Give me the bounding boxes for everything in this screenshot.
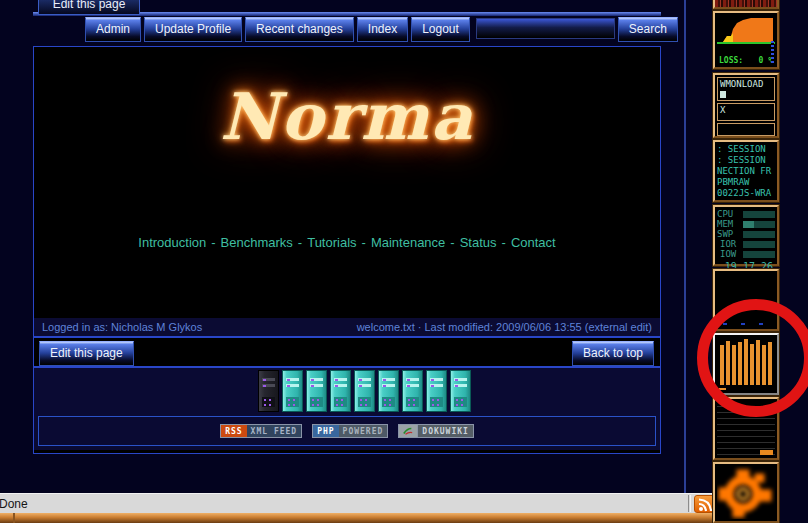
loss-area-chart	[717, 15, 775, 55]
loss-scale-dots	[771, 41, 774, 63]
stat-bar	[743, 231, 775, 238]
chart-bar	[762, 345, 766, 385]
link-benchmarks[interactable]: Benchmarks	[221, 235, 293, 250]
scale-dash	[741, 323, 745, 325]
wiki-content: Norma Introduction-Benchmarks-Tutorials-…	[34, 47, 660, 318]
server-tower-icon	[330, 370, 351, 412]
session-line: 0022JS-WRA	[717, 188, 775, 199]
link-contact[interactable]: Contact	[511, 235, 556, 250]
chart-bar	[768, 342, 772, 385]
page-buttons-row: Edit this page Back to top	[34, 338, 660, 366]
chart-bar	[756, 340, 760, 385]
link-separator: -	[502, 235, 506, 250]
stat-row-iow: IOW	[717, 249, 775, 259]
link-separator: -	[362, 235, 366, 250]
stat-row-cpu: CPU	[717, 209, 775, 219]
nav-recent-changes-button[interactable]: Recent changes	[245, 17, 354, 42]
php-badge-label: PHP	[313, 425, 338, 437]
monitor-histogram-partial	[713, 0, 779, 9]
rss-feed-badge[interactable]: RSS XML FEED	[220, 424, 302, 438]
loss-readout: LOSS: 0 %	[717, 55, 775, 66]
link-introduction[interactable]: Introduction	[138, 235, 206, 250]
monitor-dock-panel: WMONLOAD X	[713, 73, 779, 138]
logged-in-text: Logged in as: Nicholas M Glykos	[42, 321, 202, 333]
chart-bar	[738, 342, 742, 385]
rss-badge-label: RSS	[221, 425, 246, 437]
dock-entry-text: WMONLOAD	[720, 79, 772, 90]
search-button[interactable]: Search	[618, 17, 678, 42]
dokuwiki-badge[interactable]: DOKUWIKI	[398, 424, 474, 438]
dokuwiki-badge-label: DOKUWIKI	[417, 425, 473, 437]
search-input[interactable]	[476, 18, 615, 39]
ruled-graph-area	[717, 401, 775, 456]
edit-page-button[interactable]: Edit this page	[39, 341, 134, 366]
nav-update-profile-button[interactable]: Update Profile	[144, 17, 242, 42]
stat-row-mem: MEM	[717, 219, 775, 229]
stat-bar	[743, 211, 775, 218]
nav-toolbar: Admin Update Profile Recent changes Inde…	[85, 17, 678, 42]
bottom-bar-notch	[13, 513, 15, 523]
status-text: Done	[0, 497, 28, 511]
session-line: : SESSION	[717, 155, 775, 166]
loss-label: LOSS:	[719, 56, 743, 65]
stat-bar-fill	[743, 221, 754, 228]
scale-dash	[723, 323, 727, 325]
link-status[interactable]: Status	[460, 235, 497, 250]
dock-entry-empty	[717, 123, 775, 136]
stat-label: CPU	[717, 209, 743, 219]
monitor-bars-panel	[713, 333, 779, 395]
orange-bars-chart	[717, 337, 775, 389]
server-tower-icon	[450, 370, 471, 412]
xml-feed-badge-label: XML FEED	[247, 425, 302, 437]
link-separator: -	[450, 235, 454, 250]
badges-box: RSS XML FEED PHP POWERED DOKUWIKI	[38, 416, 656, 446]
nav-admin-button[interactable]: Admin	[85, 17, 141, 42]
stat-row-ior: IOR	[717, 239, 775, 249]
loss-threshold-line	[717, 42, 775, 44]
server-tower-icon	[378, 370, 399, 412]
php-powered-badge[interactable]: PHP POWERED	[312, 424, 388, 438]
glowing-gear-icon	[717, 466, 775, 519]
server-tower-icon	[258, 370, 279, 412]
chart-bar	[744, 339, 748, 385]
edit-page-tab[interactable]: Edit this page	[38, 0, 140, 15]
stat-label: MEM	[717, 219, 743, 229]
dock-entry-x[interactable]: X	[717, 103, 775, 121]
server-tower-icon	[306, 370, 327, 412]
statusbar-separator	[688, 495, 691, 512]
chart-bar	[726, 341, 730, 385]
nav-logout-button[interactable]: Logout	[411, 17, 470, 42]
chart-bar	[750, 344, 754, 385]
page-links: Introduction-Benchmarks-Tutorials-Mainte…	[34, 235, 660, 250]
link-maintenance[interactable]: Maintenance	[371, 235, 445, 250]
back-to-top-button[interactable]: Back to top	[572, 341, 654, 366]
gear-logo-panel	[713, 462, 779, 523]
meta-bar: Logged in as: Nicholas M Glykos welcome.…	[34, 318, 660, 338]
system-monitor-sidebar: LOSS: 0 % WMONLOAD X : SESSION : SESSION…	[711, 0, 781, 523]
monitor-lines-panel	[713, 397, 779, 460]
server-tower-icon	[282, 370, 303, 412]
dock-entry-text: X	[720, 105, 772, 116]
dock-entry-wmonload[interactable]: WMONLOAD	[717, 77, 775, 101]
chart-bar	[732, 345, 736, 385]
server-tower-icon	[402, 370, 423, 412]
scale-dash	[759, 323, 763, 325]
dokuwiki-icon	[399, 425, 417, 437]
stat-bar	[743, 251, 775, 258]
link-tutorials[interactable]: Tutorials	[307, 235, 356, 250]
nav-index-button[interactable]: Index	[357, 17, 408, 42]
stat-bar	[743, 221, 775, 228]
stat-label: IOR	[717, 239, 743, 249]
stat-label: SWP	[717, 229, 743, 239]
monitor-stats-panel: CPU MEM SWP IOR IOW 19.17.26	[713, 205, 779, 266]
stat-bar	[743, 241, 775, 248]
last-modified-text: welcome.txt · Last modified: 2009/06/06 …	[357, 321, 652, 333]
session-line: PBMRAW	[717, 177, 775, 188]
session-line: : SESSION	[717, 144, 775, 155]
chart-bar	[720, 345, 724, 385]
window-bottom-bar	[0, 513, 718, 523]
monitor-empty-panel	[713, 269, 779, 331]
powered-badge-label: POWERED	[339, 425, 388, 437]
stat-row-swp: SWP	[717, 229, 775, 239]
chart-baseline-dash	[719, 388, 726, 390]
